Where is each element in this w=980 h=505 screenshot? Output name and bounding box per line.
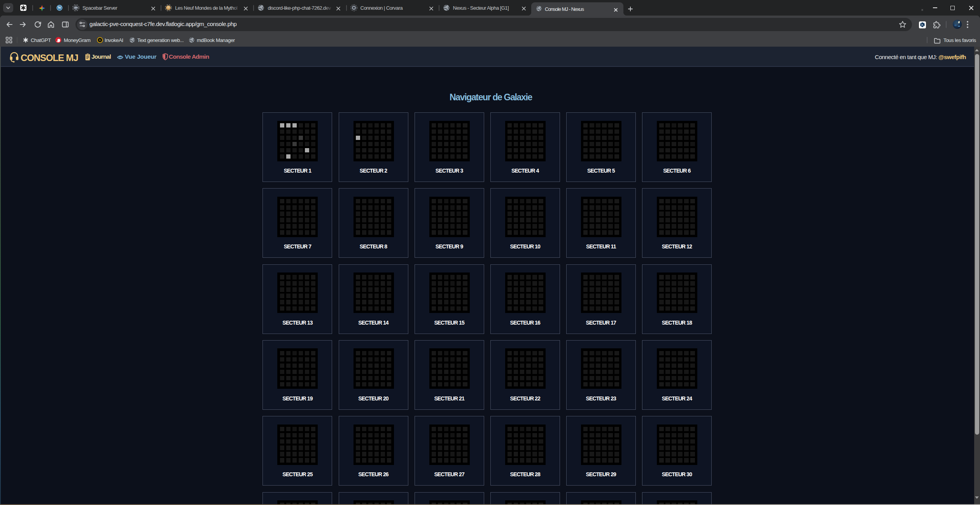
svg-text:W: W [58, 6, 61, 10]
